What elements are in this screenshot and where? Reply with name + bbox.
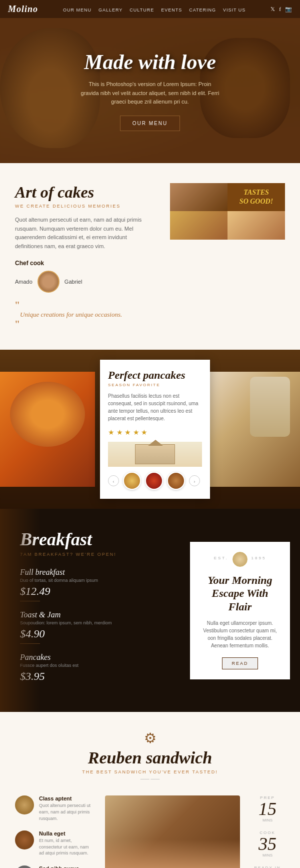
stat-cook-unit: MINS <box>250 853 285 857</box>
hero-title: Made with love <box>80 50 220 74</box>
hero-content: Made with love This is Photoshop's versi… <box>80 50 220 131</box>
art-image-badge: TASTES SO GOOD! <box>228 183 285 211</box>
stat-prep: PREP 15 MINS <box>250 795 285 822</box>
morning-card-title: Your Morning Escape With Flair <box>200 574 280 613</box>
nav-culture[interactable]: CULTURE <box>130 8 154 13</box>
building-icon <box>135 444 175 464</box>
prev-arrow[interactable]: ‹ <box>108 475 119 486</box>
reuben-list-text-1: Class aptent Quot altenum persecuti ut e… <box>39 795 95 821</box>
art-title: Art of cakes <box>15 183 155 202</box>
breakfast-item-3: Pancakes Fussce aupert dos oluitas est $… <box>20 653 175 683</box>
chef-row: Amado Gabriel <box>15 271 155 293</box>
pancakes-stars: ★ ★ ★ ★ ★ <box>108 428 202 437</box>
instagram-icon[interactable]: 📷 <box>285 6 292 13</box>
reuben-sandwich-image <box>105 795 240 868</box>
stat-prep-num: 15 <box>250 800 285 818</box>
art-text: Quot altenum persecuti ut earn, nam ad a… <box>15 216 155 251</box>
stat-ready-label: READY IN <box>250 865 285 868</box>
reuben-item-3-title: Sed nibh purus <box>39 865 95 868</box>
breakfast-item-1-price: $12.49 <box>20 585 175 598</box>
stat-cook-num: 35 <box>250 835 285 853</box>
stat-cook: COOK 35 MINS <box>250 830 285 857</box>
tastes-text: TASTES SO GOOD! <box>240 188 273 206</box>
morning-est-year: 1895 <box>252 556 266 560</box>
nav-menu[interactable]: OUR MENU <box>63 8 92 13</box>
art-quote: Unique creations for unique occasions. <box>20 311 155 319</box>
windmill-icon: ⚙ <box>15 730 285 746</box>
nav-visit[interactable]: VISIT US <box>223 8 246 13</box>
reuben-title: Reuben sandwich <box>15 748 285 767</box>
breakfast-item-1-desc: Duo of tortas, sit domna aliquam ipsum <box>20 578 175 583</box>
next-arrow[interactable]: › <box>189 475 200 486</box>
quote-open-icon: " <box>15 299 20 311</box>
breakfast-title: Breakfast <box>20 529 175 550</box>
quote-close-icon: " <box>15 318 20 330</box>
nav-events[interactable]: EVENTS <box>161 8 182 13</box>
navbar-logo[interactable]: Molino <box>8 4 38 15</box>
reuben-list-text-3: Sed nibh purus Altenum persecuti ut earn… <box>39 865 95 868</box>
breakfast-item-3-name: Pancakes <box>20 653 175 662</box>
morning-est-row: EST. 1895 <box>200 552 280 567</box>
hero-subtitle: This is Photoshop's version of Lorem Ips… <box>80 80 220 107</box>
nav-gallery[interactable]: GALLERY <box>98 8 122 13</box>
reuben-list-item-3: Sed nibh purus Altenum persecuti ut earn… <box>15 865 95 868</box>
reuben-pagination: —— —— <box>15 776 285 781</box>
reuben-ingredient-icon-2 <box>15 830 34 849</box>
thumb-1[interactable] <box>123 472 141 490</box>
tastes-badge: TASTES SO GOOD! <box>228 183 285 211</box>
nav-catering[interactable]: CATERING <box>189 8 216 13</box>
pancakes-subtitle: SEASON FAVORITE <box>108 383 202 387</box>
pancakes-image <box>0 372 95 487</box>
reuben-item-1-title: Class aptent <box>39 795 95 801</box>
breakfast-menu-column: Breakfast 7AM BREAKFAST? WE'RE OPEN! Ful… <box>0 529 190 692</box>
breakfast-section: Breakfast 7AM BREAKFAST? WE'RE OPEN! Ful… <box>0 509 300 712</box>
breakfast-card-column: EST. 1895 Your Morning Escape With Flair… <box>190 529 300 692</box>
breakfast-item-2-name: Toast & Jam <box>20 610 175 619</box>
reuben-list-text-2: Nulla eget Et num, id amet, consectetur … <box>39 830 95 856</box>
reuben-tagline: THE BEST SANDWICH YOU'VE EVER TASTED! <box>15 769 285 774</box>
pancakes-section: Perfect pancakes SEASON FAVORITE Phasell… <box>0 350 300 509</box>
art-of-cakes-section: Art of cakes WE CREATE DELICIOUS MEMORIE… <box>0 163 300 350</box>
art-quote-block: " Unique creations for unique occasions.… <box>15 300 155 330</box>
thumb-3[interactable] <box>167 472 185 490</box>
breakfast-item-2-price: $4.90 <box>20 627 175 640</box>
art-image-grid: TASTES SO GOOD! <box>170 183 285 240</box>
reuben-ingredient-icon-3 <box>15 865 34 868</box>
pancakes-right-image <box>205 372 300 487</box>
reuben-left-column: Class aptent Quot altenum persecuti ut e… <box>15 795 95 868</box>
art-right-column: TASTES SO GOOD! <box>170 183 285 240</box>
chef-name-amado: Amado <box>15 279 32 285</box>
morning-escape-card: EST. 1895 Your Morning Escape With Flair… <box>190 542 290 679</box>
morning-read-button[interactable]: READ <box>222 657 258 669</box>
art-image-4 <box>228 211 285 239</box>
reuben-list-item-1: Class aptent Quot altenum persecuti ut e… <box>15 795 95 821</box>
breakfast-item-3-desc: Fussce aupert dos oluitas est <box>20 663 175 668</box>
breakfast-open-label: 7AM BREAKFAST? WE'RE OPEN! <box>20 552 175 557</box>
reuben-stats-column: PREP 15 MINS COOK 35 MINS READY IN 50 MI… <box>250 795 285 868</box>
facebook-icon[interactable]: f <box>279 6 281 13</box>
reuben-content: Class aptent Quot altenum persecuti ut e… <box>15 795 285 868</box>
breakfast-item-3-price: $3.95 <box>20 670 175 683</box>
hero-menu-button[interactable]: OUR MENU <box>120 116 180 131</box>
stat-prep-unit: MINS <box>250 818 285 822</box>
breakfast-divider-1 <box>20 601 40 601</box>
reuben-item-2-text: Et num, id amet, consectetur ut earn, na… <box>39 837 95 856</box>
twitter-icon[interactable]: 𝕏 <box>270 6 275 13</box>
reuben-item-2-title: Nulla eget <box>39 830 95 836</box>
pancakes-thumbnails-row: ‹ › <box>108 472 202 490</box>
chef-cook-label: Chef cook <box>15 260 155 267</box>
navbar-social: 𝕏 f 📷 <box>270 6 292 13</box>
morning-card-text: Nulla eget ullamcorper ipsum. Vestibulum… <box>200 619 280 649</box>
morning-est-label: EST. <box>214 556 228 560</box>
navbar-links: OUR MENU GALLERY CULTURE EVENTS CATERING… <box>63 5 246 14</box>
breakfast-item-1: Full breakfast Duo of tortas, sit domna … <box>20 568 175 601</box>
breakfast-item-2-desc: Soupoudion: lorem ipsum, sem nibh, merdi… <box>20 620 175 625</box>
chef-avatar <box>38 271 60 293</box>
breakfast-divider-2 <box>20 643 40 644</box>
art-image-3 <box>170 211 228 239</box>
art-subtitle: WE CREATE DELICIOUS MEMORIES <box>15 204 155 209</box>
reuben-item-1-text: Quot altenum persecuti ut earn, nam ad a… <box>39 802 95 821</box>
morning-emblem-icon <box>232 552 248 567</box>
thumb-2[interactable] <box>145 472 163 490</box>
reuben-header: ⚙ Reuben sandwich THE BEST SANDWICH YOU'… <box>15 730 285 781</box>
